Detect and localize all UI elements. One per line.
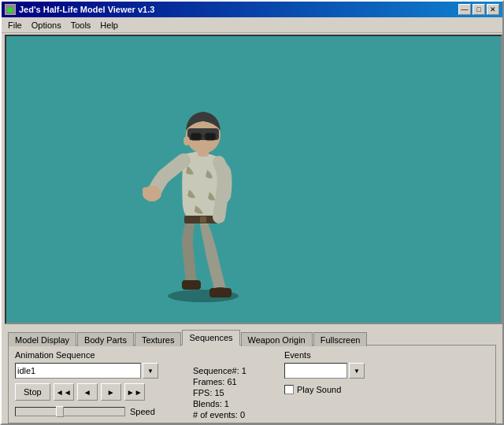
tab-model-display[interactable]: Model Display	[8, 332, 76, 346]
tab-textures[interactable]: Textures	[135, 332, 182, 346]
events-dropdown-row: ▼	[284, 363, 365, 379]
stop-button[interactable]: Stop	[15, 383, 50, 401]
animation-dropdown-row: ▼	[15, 363, 180, 379]
tabs-section: Model Display Body Parts Textures Sequen…	[5, 326, 499, 423]
sequence-info: Sequence#: 1 Frames: 61 FPS: 15 Blends: …	[193, 350, 272, 418]
tab-content-sequences: Animation Sequence ▼ Stop ◄◄ ◄ ► ►► Spee…	[8, 345, 496, 423]
animation-sequence-section: Animation Sequence ▼ Stop ◄◄ ◄ ► ►► Spee…	[15, 350, 180, 418]
svg-rect-11	[205, 133, 216, 140]
sequence-number: Sequence#: 1	[193, 366, 272, 375]
menu-tools[interactable]: Tools	[66, 19, 96, 31]
events-count: # of events: 0	[193, 410, 272, 419]
menu-file[interactable]: File	[3, 19, 27, 31]
animation-section-label: Animation Sequence	[15, 350, 180, 360]
title-bar-left: ▣ Jed's Half-Life Model Viewer v1.3	[5, 4, 154, 15]
play-sound-label: Play Sound	[297, 385, 341, 394]
fps-info: FPS: 15	[193, 388, 272, 397]
minimize-button[interactable]: —	[458, 4, 471, 15]
menu-bar: File Options Tools Help	[2, 17, 502, 33]
play-sound-row: Play Sound	[284, 385, 365, 394]
animation-controls-row: Stop ◄◄ ◄ ► ►►	[15, 383, 180, 401]
svg-rect-4	[182, 280, 201, 290]
maximize-button[interactable]: □	[472, 4, 485, 15]
blends-info: Blends: 1	[193, 399, 272, 408]
svg-rect-10	[191, 133, 202, 140]
events-section: Events ▼ Play Sound	[284, 350, 365, 418]
tab-body-parts[interactable]: Body Parts	[77, 332, 134, 346]
speed-slider[interactable]	[15, 407, 125, 416]
events-dropdown[interactable]	[284, 363, 347, 379]
viewport[interactable]	[5, 35, 502, 324]
tab-sequences[interactable]: Sequences	[182, 330, 239, 346]
character-model	[124, 52, 282, 304]
speed-label: Speed	[130, 407, 155, 416]
close-button[interactable]: ✕	[487, 4, 499, 15]
fast-fwd-button[interactable]: ►►	[124, 383, 145, 401]
step-fwd-button[interactable]: ►	[101, 383, 121, 401]
window-controls: — □ ✕	[458, 4, 499, 15]
events-label: Events	[284, 350, 365, 360]
rewind-button[interactable]: ◄◄	[54, 383, 74, 401]
window-title: Jed's Half-Life Model Viewer v1.3	[19, 5, 154, 14]
animation-dropdown-arrow[interactable]: ▼	[143, 363, 158, 379]
speed-slider-row: Speed	[15, 407, 180, 416]
svg-rect-16	[148, 186, 153, 198]
tabs-row: Model Display Body Parts Textures Sequen…	[8, 329, 496, 345]
menu-options[interactable]: Options	[27, 19, 66, 31]
step-back-button[interactable]: ◄	[77, 383, 98, 401]
svg-point-13	[183, 136, 190, 146]
svg-rect-17	[154, 186, 158, 197]
title-bar: ▣ Jed's Half-Life Model Viewer v1.3 — □ …	[2, 2, 502, 17]
events-dropdown-arrow[interactable]: ▼	[349, 363, 365, 379]
tab-fullscreen[interactable]: Fullscreen	[313, 332, 368, 346]
menu-help[interactable]: Help	[95, 19, 123, 31]
animation-sequence-input[interactable]	[15, 363, 141, 379]
window-frame: ▣ Jed's Half-Life Model Viewer v1.3 — □ …	[0, 0, 504, 425]
play-sound-checkbox[interactable]	[284, 385, 294, 394]
svg-rect-2	[209, 288, 232, 298]
svg-rect-6	[200, 216, 206, 223]
tab-weapon-origin[interactable]: Weapon Origin	[241, 332, 313, 346]
frames-info: Frames: 61	[193, 377, 272, 386]
app-icon: ▣	[5, 4, 16, 15]
